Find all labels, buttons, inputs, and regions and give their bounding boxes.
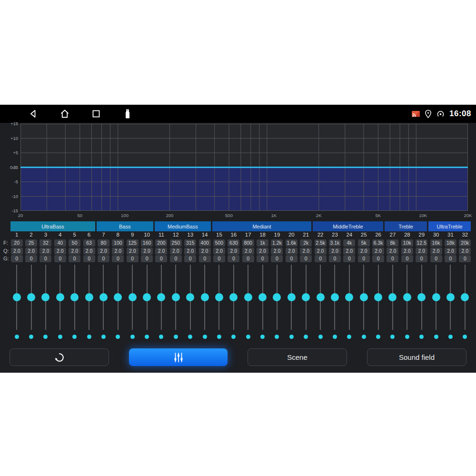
q-value-chip[interactable]: 2.0 <box>315 248 327 255</box>
g-value-chip[interactable]: 0 <box>69 255 80 262</box>
f-value-chip[interactable]: 20 <box>11 239 23 247</box>
channel-dot[interactable] <box>174 335 178 339</box>
f-value-chip[interactable]: 160 <box>141 239 153 247</box>
slider-knob[interactable] <box>461 293 469 301</box>
gain-slider[interactable] <box>371 265 385 330</box>
slider-knob[interactable] <box>374 293 382 301</box>
gain-slider[interactable] <box>39 265 53 330</box>
back-icon[interactable] <box>28 108 39 119</box>
gain-slider[interactable] <box>284 265 298 330</box>
gain-slider[interactable] <box>386 265 400 330</box>
channel-dot[interactable] <box>72 335 77 339</box>
slider-knob[interactable] <box>360 293 368 301</box>
g-value-chip[interactable]: 0 <box>430 255 442 262</box>
channel-dot[interactable] <box>159 335 163 339</box>
g-value-chip[interactable]: 0 <box>170 255 182 262</box>
q-value-chip[interactable]: 2.0 <box>228 248 239 255</box>
channel-dot[interactable] <box>376 335 380 339</box>
channel-dot[interactable] <box>58 335 62 339</box>
slider-knob[interactable] <box>56 293 64 301</box>
q-value-chip[interactable]: 2.0 <box>329 248 341 255</box>
f-value-chip[interactable]: 16k <box>430 239 442 247</box>
slider-knob[interactable] <box>13 293 21 301</box>
reset-button[interactable] <box>10 348 109 366</box>
gain-slider[interactable] <box>96 265 110 330</box>
f-value-chip[interactable]: 80 <box>98 239 109 247</box>
slider-knob[interactable] <box>201 293 209 301</box>
slider-knob[interactable] <box>85 293 93 301</box>
q-value-chip[interactable]: 2.0 <box>69 248 80 255</box>
channel-dot[interactable] <box>289 335 294 339</box>
gain-slider[interactable] <box>139 265 154 330</box>
q-value-chip[interactable]: 2.0 <box>286 248 298 255</box>
gain-slider[interactable] <box>270 265 284 330</box>
q-value-chip[interactable]: 2.0 <box>155 248 167 255</box>
f-value-chip[interactable]: 200 <box>155 239 167 247</box>
q-value-chip[interactable]: 2.0 <box>387 248 398 255</box>
slider-knob[interactable] <box>172 293 180 301</box>
q-value-chip[interactable]: 2.0 <box>343 248 355 255</box>
channel-dot[interactable] <box>390 335 395 339</box>
channel-dot[interactable] <box>130 335 135 339</box>
g-value-chip[interactable]: 0 <box>83 255 95 262</box>
gain-slider[interactable] <box>357 265 371 330</box>
gain-slider[interactable] <box>68 265 82 330</box>
g-value-chip[interactable]: 0 <box>372 255 384 262</box>
channel-dot[interactable] <box>116 335 120 339</box>
gain-slider[interactable] <box>125 265 139 330</box>
g-value-chip[interactable]: 0 <box>11 255 23 262</box>
q-value-chip[interactable]: 2.0 <box>430 248 442 255</box>
q-value-chip[interactable]: 2.0 <box>213 248 225 255</box>
q-value-chip[interactable]: 2.0 <box>300 248 312 255</box>
gain-slider[interactable] <box>400 265 414 330</box>
gain-slider[interactable] <box>313 265 327 330</box>
g-value-chip[interactable]: 0 <box>416 255 427 262</box>
slider-knob[interactable] <box>114 293 122 301</box>
g-value-chip[interactable]: 0 <box>257 255 268 262</box>
gain-slider[interactable] <box>227 265 241 330</box>
gain-slider[interactable] <box>443 265 457 330</box>
slider-knob[interactable] <box>70 293 79 301</box>
slider-knob[interactable] <box>331 293 339 301</box>
slider-knob[interactable] <box>27 293 35 301</box>
slider-knob[interactable] <box>244 293 252 301</box>
f-value-chip[interactable]: 50 <box>69 239 80 247</box>
channel-dot[interactable] <box>29 335 33 339</box>
gain-slider[interactable] <box>24 265 38 330</box>
gain-slider[interactable] <box>212 265 226 330</box>
g-value-chip[interactable]: 0 <box>54 255 66 262</box>
f-value-chip[interactable]: 250 <box>170 239 182 247</box>
slider-knob[interactable] <box>288 293 296 301</box>
slider-knob[interactable] <box>302 293 310 301</box>
slider-knob[interactable] <box>403 293 411 301</box>
q-value-chip[interactable]: 2.0 <box>459 248 471 255</box>
slider-knob[interactable] <box>432 293 440 301</box>
g-value-chip[interactable]: 0 <box>155 255 167 262</box>
channel-dot[interactable] <box>347 335 351 339</box>
q-value-chip[interactable]: 2.0 <box>40 248 51 255</box>
g-value-chip[interactable]: 0 <box>213 255 225 262</box>
g-value-chip[interactable]: 0 <box>184 255 196 262</box>
slider-knob[interactable] <box>229 293 238 301</box>
eq-button[interactable] <box>129 348 228 366</box>
g-value-chip[interactable]: 0 <box>98 255 109 262</box>
q-value-chip[interactable]: 2.0 <box>170 248 182 255</box>
q-value-chip[interactable]: 2.0 <box>445 248 456 255</box>
g-value-chip[interactable]: 0 <box>112 255 124 262</box>
slider-knob[interactable] <box>417 293 426 301</box>
gain-slider[interactable] <box>10 265 24 330</box>
q-value-chip[interactable]: 2.0 <box>242 248 254 255</box>
f-value-chip[interactable]: 500 <box>213 239 225 247</box>
q-value-chip[interactable]: 2.0 <box>358 248 370 255</box>
gain-slider[interactable] <box>342 265 357 330</box>
gain-slider[interactable] <box>198 265 212 330</box>
gain-slider[interactable] <box>169 265 183 330</box>
q-value-chip[interactable]: 2.0 <box>141 248 153 255</box>
channel-dot[interactable] <box>260 335 265 339</box>
f-value-chip[interactable]: 6.3k <box>372 239 384 247</box>
usb-icon[interactable] <box>122 108 133 119</box>
q-value-chip[interactable]: 2.0 <box>98 248 109 255</box>
f-value-chip[interactable]: 2k <box>300 239 312 247</box>
f-value-chip[interactable]: 4k <box>343 239 355 247</box>
g-value-chip[interactable]: 0 <box>141 255 153 262</box>
